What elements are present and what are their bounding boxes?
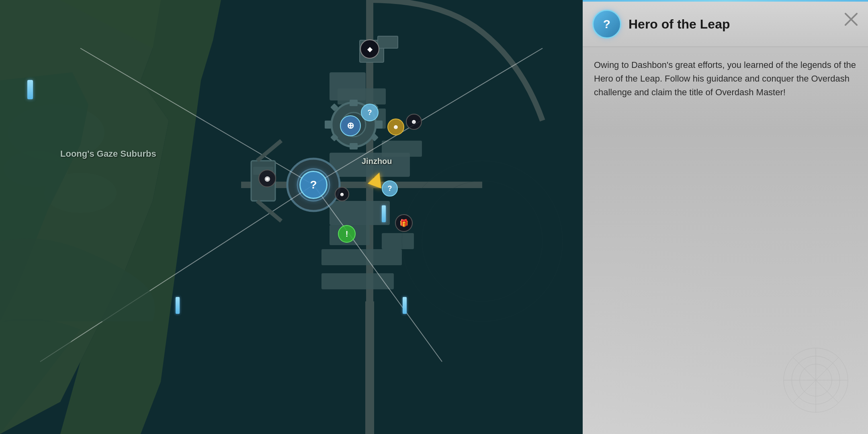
svg-rect-13 (338, 88, 386, 104)
quest-icon-2[interactable]: ? (382, 180, 398, 197)
svg-rect-24 (325, 121, 331, 129)
svg-rect-25 (376, 121, 383, 129)
svg-rect-17 (382, 233, 414, 249)
panel-title: Hero of the Leap (628, 17, 858, 32)
svg-rect-22 (350, 100, 358, 106)
gift-icon-1[interactable]: 🎁 (395, 214, 413, 232)
npc-icon-2[interactable]: ☻ (335, 187, 349, 201)
beacon-2 (380, 205, 388, 223)
panel-description: Owing to Dashbon's great efforts, you le… (594, 58, 857, 99)
panel-header: ? Hero of the Leap (583, 2, 868, 47)
panel-section: ? Hero of the Leap Owing to Dashbon's gr… (583, 0, 868, 434)
panel-body: Owing to Dashbon's great efforts, you le… (583, 47, 868, 434)
svg-rect-37 (378, 36, 398, 48)
npc-icon-1[interactable]: ☻ (406, 114, 422, 130)
warp-icon-1[interactable]: ⊕ (340, 115, 361, 136)
map-section[interactable]: Loong's Gaze Suburbs Jinzhou ? ? ☻ ⊕ ☻ ?… (0, 0, 583, 434)
svg-rect-15 (382, 141, 422, 157)
exclaim-icon-1[interactable]: ! (338, 225, 356, 243)
special-icon-1[interactable]: ◉ (258, 170, 276, 187)
svg-rect-23 (350, 143, 358, 149)
tower-marker-1[interactable]: ◆ (360, 39, 379, 59)
quest-icon: ? (592, 10, 621, 39)
beacon-4 (401, 297, 409, 314)
quest-icon-1[interactable]: ? (361, 104, 379, 121)
beacon-1 (24, 80, 37, 100)
svg-rect-19 (321, 273, 394, 289)
event-icon-1[interactable]: ☻ (387, 119, 404, 135)
close-icon (842, 10, 858, 28)
quest-icon-main[interactable]: ? (299, 171, 328, 199)
beacon-3 (174, 297, 182, 314)
close-button[interactable] (842, 11, 858, 27)
